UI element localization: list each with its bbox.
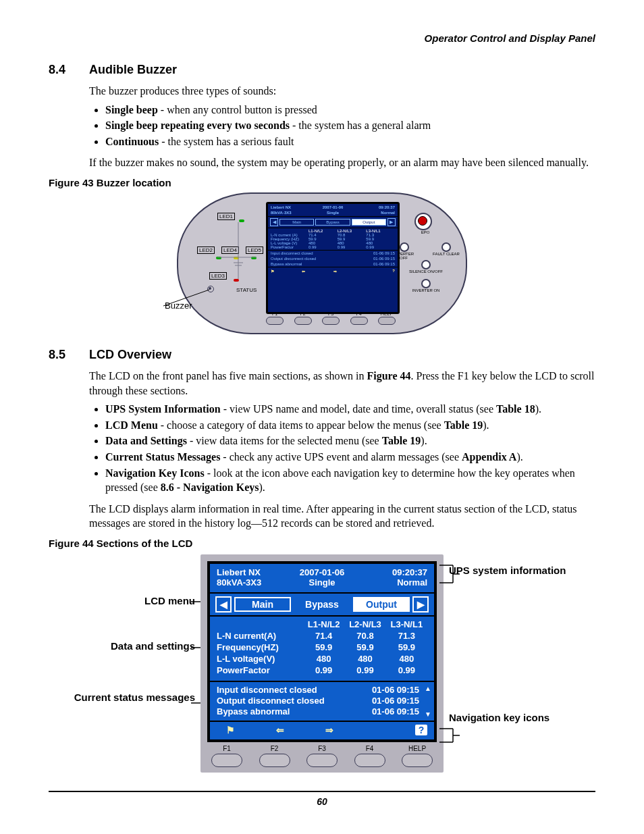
right-arrow-icon[interactable]: ▶ (387, 218, 396, 226)
figure-44-caption: Figure 44 Sections of the LCD (49, 538, 595, 549)
figure-43-caption: Figure 43 Buzzer location (49, 177, 595, 188)
fault-clear-label: FAULT CLEAR (429, 252, 463, 256)
nav-icon: ⇐ (302, 269, 305, 273)
f4-key[interactable] (350, 317, 368, 325)
nav-icon-left: ⇐ (267, 725, 294, 735)
navigation-key-icons: ⚑ ⇐ ⇒ ? (210, 721, 434, 739)
list-item: Navigation Key Icons - look at the icon … (105, 466, 595, 495)
nav-icon-blank (366, 725, 393, 735)
paragraph: The LCD displays alarm information in re… (89, 502, 595, 531)
f2-key[interactable] (294, 317, 312, 325)
f4-label: F4 (366, 745, 374, 752)
section-number: 8.4 (49, 63, 89, 77)
silence-label: SILENCE ON/OFF (406, 269, 446, 273)
epo-button[interactable] (414, 213, 432, 230)
scroll-down-icon[interactable]: ▼ (425, 710, 431, 718)
figure-43: LED1 LED2 LED4 LED5 LED3 STATUS Buzzer E… (49, 192, 595, 334)
paragraph: If the buzzer makes no sound, the system… (89, 155, 595, 170)
bullet-list: UPS System Information - view UPS name a… (89, 402, 595, 495)
page-footer: 60 (0, 791, 644, 807)
front-panel: LED1 LED2 LED4 LED5 LED3 STATUS Buzzer E… (177, 192, 467, 334)
section-8-4-heading: 8.4 Audible Buzzer (49, 63, 595, 77)
nav-icon-right: ⇒ (316, 725, 343, 735)
inverter-off-button[interactable] (400, 242, 409, 252)
scrollbar[interactable]: ▲▼ (425, 685, 431, 718)
silence-button[interactable] (421, 260, 431, 269)
figure-44: LCD menu Data and settings Current statu… (49, 554, 595, 784)
help-key[interactable] (402, 754, 433, 767)
scroll-up-icon[interactable]: ▲ (425, 685, 431, 692)
callout-lcd-menu: LCD menu (72, 595, 200, 606)
inverter-on-button[interactable] (421, 279, 431, 288)
callout-ups-system-info: UPS system information (444, 565, 572, 577)
inverter-on-label: INVERTER ON (409, 288, 443, 292)
help-key[interactable] (378, 317, 396, 325)
tab-output[interactable]: Output (352, 219, 386, 226)
nav-icon-help: ? (415, 725, 427, 735)
paragraph: The buzzer produces three types of sound… (89, 84, 595, 99)
section-title: LCD Overview (89, 348, 171, 362)
tab-main[interactable]: Main (234, 597, 291, 612)
tab-main[interactable]: Main (279, 219, 314, 226)
ups-system-info: Liebert NX80kVA-3X3 2007-01-06Single 09:… (210, 564, 434, 592)
tab-bypass[interactable]: Bypass (294, 597, 350, 612)
nav-icon-home: ⚑ (217, 725, 244, 735)
epo-label: EPO (419, 230, 432, 234)
fkey-row: F1 F2 F3 F4 HELP (207, 742, 437, 768)
nav-icon: ? (392, 269, 395, 273)
section-title: Audible Buzzer (89, 63, 177, 77)
callout-data-settings: Data and settings (72, 640, 200, 652)
right-arrow-icon[interactable]: ▶ (412, 596, 429, 613)
callout-status-messages: Current status messages (72, 692, 200, 704)
list-item: UPS System Information - view UPS name a… (105, 402, 595, 417)
list-item: LCD Menu - choose a category of data ite… (105, 418, 595, 433)
f3-label: F3 (318, 745, 326, 752)
nav-icon: ⚑ (271, 269, 274, 273)
help-label: HELP (408, 745, 426, 752)
f1-key[interactable] (211, 754, 242, 767)
data-and-settings: L1-N/L2L2-N/L3L3-N/L1 L-N current(A)71.4… (210, 617, 434, 681)
bullet-list: Single beep - when any control button is… (89, 103, 595, 149)
list-item: Continuous - the system has a serious fa… (105, 134, 595, 149)
current-status-messages: Input disconnect closed01-06 09:15 Outpu… (210, 681, 434, 721)
status-label: STATUS (236, 287, 257, 293)
f3-key[interactable] (322, 317, 340, 325)
section-number: 8.5 (49, 348, 89, 362)
page-number: 60 (317, 796, 327, 807)
running-header: Operator Control and Display Panel (49, 32, 595, 44)
fkey-row: F1 F2 F3 F4 HELP (266, 311, 396, 325)
led2-label: LED2 (197, 246, 215, 254)
left-arrow-icon[interactable]: ◀ (270, 218, 278, 226)
nav-icon: ⇒ (333, 269, 337, 273)
callout-nav-key-icons: Navigation key icons (444, 712, 572, 724)
f1-label: F1 (223, 745, 231, 752)
list-item: Single beep - when any control button is… (105, 103, 595, 118)
lcd-screen: Liebert NX80kVA-3X3 2007-01-06Single 09:… (207, 561, 437, 742)
fault-clear-button[interactable] (441, 242, 451, 252)
section-8-5-heading: 8.5 LCD Overview (49, 348, 595, 362)
list-item: Current Status Messages - check any acti… (105, 450, 595, 465)
tab-bypass[interactable]: Bypass (315, 219, 350, 226)
paragraph: The LCD on the front panel has five main… (89, 369, 595, 398)
buzzer-callout: Buzzer (165, 301, 192, 311)
f3-key[interactable] (306, 754, 338, 767)
tab-output[interactable]: Output (353, 597, 410, 612)
list-item: Data and Settings - view data items for … (105, 434, 595, 448)
f2-key[interactable] (259, 754, 290, 767)
f2-label: F2 (271, 745, 279, 752)
lcd-frame: Liebert NX80kVA-3X3 2007-01-06Single 09:… (200, 554, 444, 773)
mini-lcd: Liebert NX2007-01-0609:20:37 80kVA-3X3Si… (266, 202, 400, 314)
list-item: Single beep repeating every two seconds … (105, 118, 595, 133)
f1-key[interactable] (266, 317, 284, 325)
lcd-menu: ◀ Main Bypass Output ▶ (210, 594, 434, 615)
f4-key[interactable] (354, 754, 385, 767)
left-arrow-icon[interactable]: ◀ (215, 596, 232, 613)
